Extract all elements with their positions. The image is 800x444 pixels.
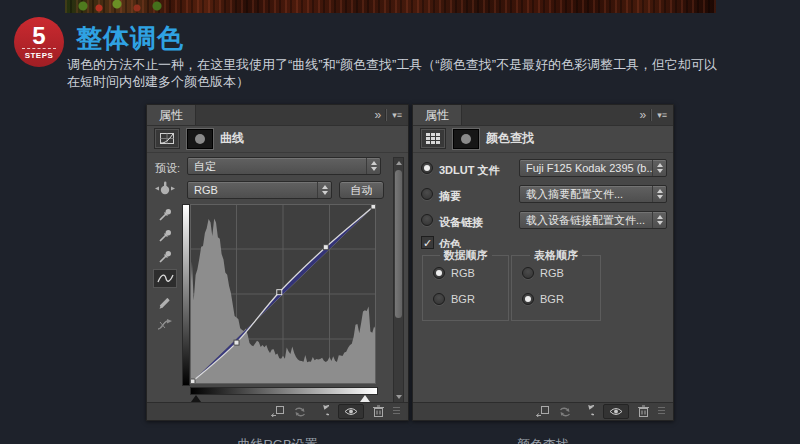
stepper-icon[interactable] [366,158,380,174]
data-order-bgr-radio[interactable] [433,293,445,305]
previous-state-icon[interactable] [293,403,307,421]
collapse-panel-icon[interactable]: » [375,106,381,124]
step-badge: 5 STEPS [14,17,64,67]
device-link-label: 设备链接 [439,215,483,230]
divider [650,109,652,121]
resize-grip-icon[interactable] [658,407,665,416]
badge-divider [22,48,56,49]
eye-icon [609,407,623,416]
panel-title: 颜色查找 [486,130,534,147]
curves-adjustment-icon [154,128,180,149]
abstract-label: 摘要 [439,189,461,204]
pencil-tool-icon[interactable] [153,293,177,312]
header-photo [65,0,716,13]
color-lookup-adjustment-icon [420,128,446,149]
panel-menu-icon[interactable]: ▾≡ [657,106,667,124]
3dlut-radio[interactable] [421,162,433,174]
mask-circle [461,134,471,144]
device-link-radio[interactable] [421,214,433,226]
panel-tab-strip: 属性 » ▾≡ [147,105,408,126]
collapse-panel-icon[interactable]: » [640,106,646,124]
section-title: 整体调色 [76,21,184,56]
preset-label: 预设: [155,161,180,176]
table-order-title: 表格顺序 [530,248,582,263]
stepper-icon[interactable] [652,160,666,176]
curve-point[interactable] [234,340,239,345]
tab-properties[interactable]: 属性 [147,105,196,125]
preset-dropdown[interactable]: 自定 [187,157,381,175]
panel-title: 曲线 [220,130,244,147]
white-point-eyedropper-icon[interactable] [153,247,177,266]
edit-points-tool-icon[interactable] [153,269,177,288]
data-order-rgb-radio[interactable] [433,267,445,279]
curve-grid[interactable] [190,204,376,384]
auto-button[interactable]: 自动 [339,181,384,199]
3dlut-file-value: Fuji F125 Kodak 2395 (b... [520,162,652,174]
stepper-icon[interactable] [652,212,666,228]
curve-point[interactable] [277,290,282,295]
table-order-bgr-label: BGR [540,293,564,305]
lookup-caption: 颜色查找 [412,436,674,444]
gray-point-eyedropper-icon[interactable] [153,226,177,245]
data-order-bgr-label: BGR [451,293,475,305]
panel-bottom-bar [147,402,408,420]
visibility-toggle[interactable] [603,404,629,419]
previous-state-icon[interactable] [558,403,572,421]
delete-icon[interactable] [638,403,649,421]
intro-text: 调色的方法不止一种，在这里我使用了“曲线”和“颜色查找”工具（“颜色查找”不是最… [67,56,793,90]
output-gradient-ramp [182,204,190,386]
resize-grip-icon[interactable] [393,407,400,416]
stepper-icon[interactable] [652,186,666,202]
device-link-profile-value: 载入设备链接配置文件... [520,213,652,228]
reset-icon[interactable] [316,403,329,421]
eye-icon [344,407,358,416]
intro-line-2: 在短时间内创建多个颜色版本） [67,73,793,90]
black-point-eyedropper-icon[interactable] [153,205,177,224]
scroll-up-icon[interactable] [396,161,402,165]
channel-dropdown[interactable]: RGB [187,181,332,199]
dither-checkbox[interactable]: ✓ [421,236,434,249]
table-order-group: 表格顺序 RGB BGR [511,255,601,321]
mask-circle [195,134,205,144]
table-order-rgb-radio[interactable] [522,267,534,279]
curves-caption: 曲线RGB设置 [146,436,409,444]
3dlut-label: 3DLUT 文件 [439,163,500,178]
stepper-icon[interactable] [317,182,331,198]
device-link-profile-dropdown[interactable]: 载入设备链接配置文件... [519,211,667,229]
step-number: 5 [32,25,45,47]
3dlut-file-dropdown[interactable]: Fuji F125 Kodak 2395 (b... [519,159,667,177]
data-order-title: 数据顺序 [440,248,492,263]
data-order-group: 数据顺序 RGB BGR [422,255,509,321]
scrollbar-thumb[interactable] [395,170,402,318]
abstract-profile-dropdown[interactable]: 载入摘要配置文件... [519,185,667,203]
table-order-bgr-radio[interactable] [522,293,534,305]
curve-plot[interactable] [190,204,376,384]
abstract-radio[interactable] [421,188,433,200]
panel-tab-strip: 属性 » ▾≡ [413,105,673,126]
visibility-toggle[interactable] [338,404,364,419]
targeted-adjustment-icon[interactable] [152,179,178,198]
panel-scrollbar[interactable] [393,157,404,403]
page: 5 STEPS 整体调色 调色的方法不止一种，在这里我使用了“曲线”和“颜色查找… [0,0,800,444]
channel-value: RGB [188,184,317,196]
layer-mask-thumbnail[interactable] [453,129,479,149]
input-gradient-ramp [190,387,378,395]
divider [385,109,387,121]
curves-properties-panel: 属性 » ▾≡ 曲线 预设: 自定 RGB 自动 [146,104,409,421]
scroll-down-icon[interactable] [396,395,402,399]
shadow-input-slider[interactable] [191,395,201,402]
clip-to-layer-icon[interactable] [270,403,284,421]
clip-to-layer-icon[interactable] [535,403,549,421]
curve-point[interactable] [323,245,328,250]
smooth-curve-icon[interactable] [153,315,177,334]
preset-value: 自定 [188,159,366,174]
delete-icon[interactable] [373,403,384,421]
panel-menu-icon[interactable]: ▾≡ [392,106,402,124]
tab-properties[interactable]: 属性 [413,105,462,125]
data-order-rgb-label: RGB [451,267,475,279]
layer-mask-thumbnail[interactable] [187,129,213,149]
highlight-input-slider[interactable] [360,395,370,402]
panel-header: 曲线 [147,125,408,153]
reset-icon[interactable] [581,403,594,421]
abstract-profile-value: 载入摘要配置文件... [520,187,652,202]
